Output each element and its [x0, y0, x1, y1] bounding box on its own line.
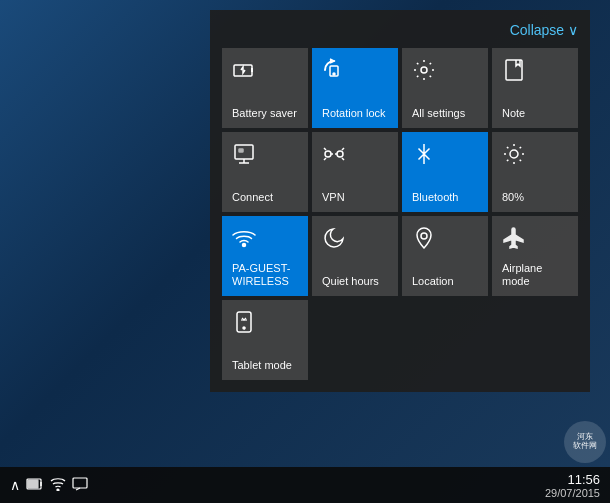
taskbar-time: 11:56 — [545, 472, 600, 487]
taskbar-wifi-icon — [50, 477, 66, 494]
svg-rect-6 — [239, 149, 243, 152]
tile-location-label: Location — [412, 275, 480, 288]
tile-vpn-label: VPN — [322, 191, 390, 204]
svg-point-13 — [243, 327, 245, 329]
taskbar-left: ∧ — [10, 477, 88, 494]
taskbar-chevron-icon[interactable]: ∧ — [10, 477, 20, 493]
svg-rect-15 — [28, 480, 38, 488]
svg-rect-17 — [73, 478, 87, 488]
time-date: 11:56 29/07/2015 — [545, 472, 600, 499]
svg-point-3 — [421, 67, 427, 73]
tile-connect-label: Connect — [232, 191, 300, 204]
collapse-button[interactable]: Collapse ∨ — [222, 22, 578, 38]
taskbar-date: 29/07/2015 — [545, 487, 600, 499]
taskbar-message-icon[interactable] — [72, 477, 88, 494]
svg-point-11 — [421, 233, 427, 239]
tile-wifi-label: PA-GUEST-WIRELESS — [232, 262, 300, 288]
all-settings-icon — [412, 58, 480, 86]
tile-all-settings-label: All settings — [412, 107, 480, 120]
note-icon — [502, 58, 570, 86]
svg-point-10 — [243, 244, 246, 247]
svg-point-8 — [337, 151, 343, 157]
tablet-mode-icon — [232, 310, 300, 338]
svg-rect-5 — [235, 145, 253, 159]
airplane-mode-icon — [502, 226, 570, 254]
tiles-grid: Battery saver Rotation lock — [222, 48, 578, 380]
tile-battery-saver[interactable]: Battery saver — [222, 48, 308, 128]
tile-brightness[interactable]: 80% — [492, 132, 578, 212]
taskbar-right: 11:56 29/07/2015 — [545, 472, 600, 499]
rotation-lock-icon — [322, 58, 390, 86]
tile-airplane-mode-label: Airplane mode — [502, 262, 570, 288]
tile-brightness-label: 80% — [502, 191, 570, 204]
tile-rotation-lock-label: Rotation lock — [322, 107, 390, 120]
taskbar-battery-icon — [26, 477, 44, 493]
connect-icon — [232, 142, 300, 170]
tile-quiet-hours[interactable]: Quiet hours — [312, 216, 398, 296]
bluetooth-icon — [412, 142, 480, 170]
tile-quiet-hours-label: Quiet hours — [322, 275, 390, 288]
vpn-icon — [322, 142, 390, 170]
action-center: Collapse ∨ Battery saver — [210, 10, 590, 392]
svg-point-16 — [57, 489, 59, 491]
tile-location[interactable]: Location — [402, 216, 488, 296]
tile-vpn[interactable]: VPN — [312, 132, 398, 212]
wifi-icon — [232, 226, 300, 254]
tile-note-label: Note — [502, 107, 570, 120]
watermark: 河东软件网 — [564, 421, 606, 463]
tile-connect[interactable]: Connect — [222, 132, 308, 212]
tile-airplane-mode[interactable]: Airplane mode — [492, 216, 578, 296]
svg-point-2 — [333, 73, 335, 75]
location-icon — [412, 226, 480, 254]
quiet-hours-icon — [322, 226, 390, 254]
tile-bluetooth[interactable]: Bluetooth — [402, 132, 488, 212]
tile-bluetooth-label: Bluetooth — [412, 191, 480, 204]
tile-note[interactable]: Note — [492, 48, 578, 128]
tile-tablet-mode[interactable]: Tablet mode — [222, 300, 308, 380]
brightness-icon — [502, 142, 570, 170]
battery-saver-icon — [232, 58, 300, 86]
tile-rotation-lock[interactable]: Rotation lock — [312, 48, 398, 128]
svg-point-7 — [325, 151, 331, 157]
tile-all-settings[interactable]: All settings — [402, 48, 488, 128]
tile-wifi[interactable]: PA-GUEST-WIRELESS — [222, 216, 308, 296]
tile-tablet-mode-label: Tablet mode — [232, 359, 300, 372]
svg-point-9 — [510, 150, 518, 158]
tile-battery-saver-label: Battery saver — [232, 107, 300, 120]
taskbar: ∧ 11:56 29/07/2015 — [0, 467, 610, 503]
